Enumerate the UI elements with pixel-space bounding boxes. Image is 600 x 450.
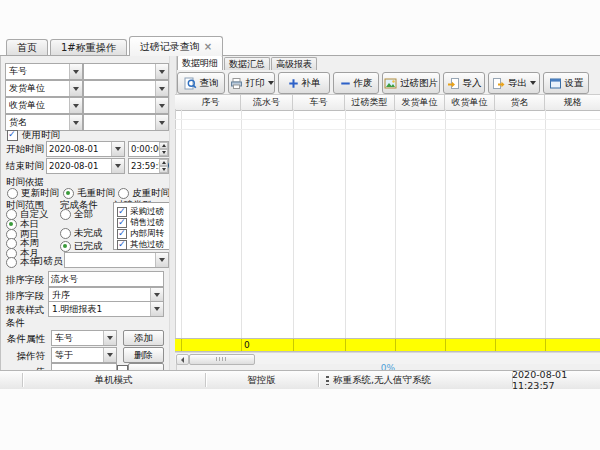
status-edition: 智控版 xyxy=(205,371,318,389)
toolbar-button-label: 导入 xyxy=(463,77,482,90)
dropdown-arrow-icon[interactable] xyxy=(155,115,168,130)
calendar-dropdown-icon[interactable] xyxy=(111,159,124,173)
main-tab-label: 1#称重操作 xyxy=(61,41,116,55)
minus-button[interactable]: 作废 xyxy=(333,72,379,94)
data-tab-active[interactable]: 数据明细 xyxy=(177,55,223,70)
status-datetime: 2020-08-01 11:23:57 xyxy=(512,371,597,389)
start-time-input[interactable]: 0:00:00 xyxy=(128,141,169,157)
summary-cell-divider xyxy=(181,339,182,351)
column-header[interactable]: 规格 xyxy=(545,94,600,111)
dropdown-arrow-icon[interactable] xyxy=(155,81,168,96)
export-button[interactable]: 导出 xyxy=(488,72,540,94)
grid-vline xyxy=(175,109,176,338)
main-tab-active[interactable]: 过磅记录查询× xyxy=(129,36,223,56)
dropdown-arrow-icon[interactable] xyxy=(69,81,82,96)
radio-icon xyxy=(63,188,74,199)
dropdown-arrow-icon[interactable] xyxy=(150,288,163,302)
add-condition-button[interactable]: 添加 xyxy=(123,330,164,346)
field-value-combo[interactable] xyxy=(83,80,169,97)
dropdown-arrow-icon[interactable] xyxy=(530,81,536,85)
toolbar-button-label: 设置 xyxy=(565,77,584,90)
summary-cell-divider xyxy=(241,339,242,351)
dropdown-arrow-icon[interactable] xyxy=(150,302,163,316)
field-selector-label: 车号 xyxy=(6,65,27,78)
summary-cell-divider xyxy=(495,339,496,351)
report-style-combo[interactable]: 1.明细报表1 xyxy=(48,301,164,317)
statusbar-separator xyxy=(318,373,319,387)
end-time-label: 结束时间 xyxy=(6,160,44,173)
image-button[interactable]: 过磅图片 xyxy=(382,72,440,94)
column-header[interactable]: 车号 xyxy=(293,94,345,111)
column-header[interactable]: 过磅类型 xyxy=(345,94,395,111)
radio-icon xyxy=(60,241,71,252)
image-icon xyxy=(384,77,397,90)
dropdown-arrow-icon[interactable] xyxy=(155,253,168,267)
time-up-down-spinner[interactable] xyxy=(159,159,168,173)
toolbar-button-label: 打印 xyxy=(246,77,265,90)
settings-button[interactable]: 设置 xyxy=(543,72,589,94)
minus-icon xyxy=(340,78,351,89)
dropdown-arrow-icon[interactable] xyxy=(155,98,168,113)
data-tab[interactable]: 数据汇总 xyxy=(224,57,270,70)
column-header[interactable]: 收货单位 xyxy=(445,94,495,111)
weigh-type-option[interactable]: 其他过磅 xyxy=(117,239,164,251)
window-top-area xyxy=(0,0,600,36)
finish-state-option-label: 未完成 xyxy=(74,227,103,240)
end-date-picker[interactable]: 2020-08-01 xyxy=(46,158,125,174)
printer-button[interactable]: 打印 xyxy=(228,72,275,94)
dropdown-arrow-icon[interactable] xyxy=(69,115,82,130)
finish-state-option[interactable]: 全部 xyxy=(60,208,93,221)
start-date-picker[interactable]: 2020-08-01 xyxy=(46,141,125,157)
start-date-value: 2020-08-01 xyxy=(47,144,98,154)
condition-op-label: 操作符 xyxy=(1,350,45,363)
condition-op-combo[interactable]: 等于 xyxy=(51,347,117,363)
printer-icon xyxy=(230,77,243,90)
search-button[interactable]: 查询 xyxy=(177,72,225,94)
weigh-type-list: 采购过磅销售过磅内部周转其他过磅 xyxy=(113,202,170,250)
system-logo-icon xyxy=(326,376,329,385)
dropdown-arrow-icon[interactable] xyxy=(69,64,82,79)
summary-cell-divider xyxy=(345,339,346,351)
dropdown-arrow-icon[interactable] xyxy=(103,348,116,362)
field-selector-combo[interactable]: 车号 xyxy=(5,63,83,80)
calendar-dropdown-icon[interactable] xyxy=(111,142,124,156)
finish-state-option[interactable]: 未完成 xyxy=(60,227,103,240)
delete-condition-button[interactable]: 删除 xyxy=(123,347,164,363)
dropdown-arrow-icon[interactable] xyxy=(103,331,116,345)
condition-attr-combo[interactable]: 车号 xyxy=(51,330,117,346)
dropdown-arrow-icon[interactable] xyxy=(155,64,168,79)
import-button[interactable]: 导入 xyxy=(443,72,485,94)
field-value-combo[interactable] xyxy=(83,63,169,80)
field-value-combo[interactable] xyxy=(83,114,169,131)
field-value-combo[interactable] xyxy=(83,97,169,114)
end-time-input[interactable]: 23:59:59 xyxy=(128,158,169,174)
column-header[interactable]: 货名 xyxy=(495,94,545,111)
plus-button[interactable]: 补单 xyxy=(278,72,330,94)
data-tab[interactable]: 高级报表 xyxy=(271,57,317,70)
report-style-value: 1.明细报表1 xyxy=(49,303,102,316)
grid-vline xyxy=(545,109,546,338)
dropdown-arrow-icon[interactable] xyxy=(69,98,82,113)
toolbar-button-label: 查询 xyxy=(200,77,219,90)
field-selector-combo[interactable]: 发货单位 xyxy=(5,80,83,97)
status-system: 称重系统,无人值守系统 xyxy=(326,371,431,389)
use-time-checkbox[interactable] xyxy=(7,130,18,141)
field-selector-combo[interactable]: 收货单位 xyxy=(5,97,83,114)
weigh-type-option-label: 其他过磅 xyxy=(130,239,164,251)
column-header[interactable]: 序号 xyxy=(181,94,241,111)
data-tab-label: 高级报表 xyxy=(276,58,312,71)
column-header[interactable]: 流水号 xyxy=(241,94,293,111)
dropdown-arrow-icon[interactable] xyxy=(268,81,274,85)
status-system-text: 称重系统,无人值守系统 xyxy=(333,374,431,387)
column-header[interactable]: 发货单位 xyxy=(395,94,445,111)
radio-icon xyxy=(60,228,71,239)
main-tab[interactable]: 1#称重操作 xyxy=(50,39,127,56)
app-window: 首页1#称重操作过磅记录查询× 车号发货单位收货单位货名 使用时间 开始时间 2… xyxy=(0,0,600,450)
weigher-combo[interactable] xyxy=(64,252,169,268)
main-tab[interactable]: 首页 xyxy=(6,39,48,56)
time-up-down-spinner[interactable] xyxy=(159,142,168,156)
table-body[interactable] xyxy=(175,109,600,338)
weigher-label: 司磅员 xyxy=(34,255,63,268)
tab-close-icon[interactable]: × xyxy=(204,43,212,51)
sort-field-input[interactable]: 流水号 xyxy=(48,271,164,287)
